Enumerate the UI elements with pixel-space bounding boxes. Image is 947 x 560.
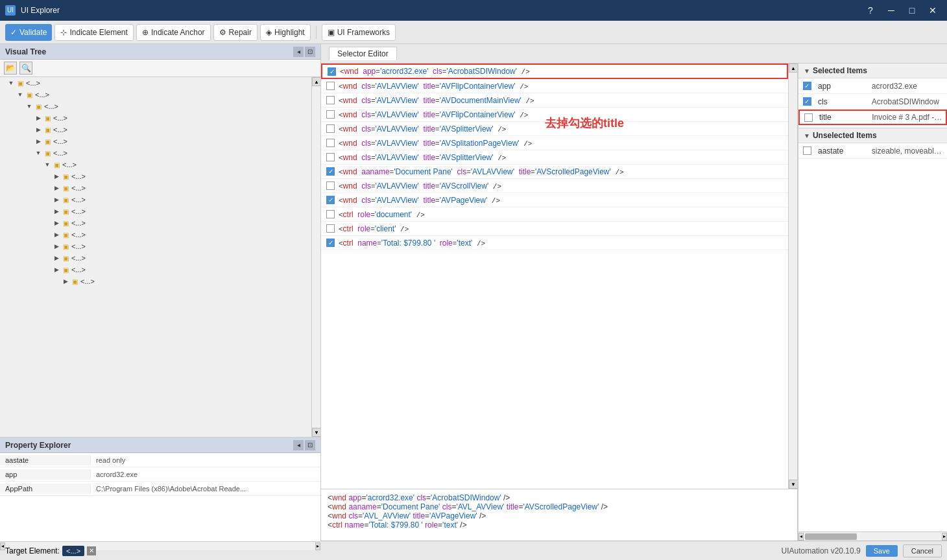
- selector-checkbox-1[interactable]: [326, 82, 335, 90]
- selector-checkbox-5[interactable]: [326, 139, 335, 147]
- scroll-up-btn[interactable]: ▲: [312, 77, 320, 86]
- tree-item[interactable]: ▶ ▣ <...>: [0, 275, 311, 287]
- target-close-button[interactable]: ✕: [87, 546, 96, 555]
- tree-item[interactable]: ▶ ▣ <...>: [0, 112, 311, 124]
- tree-item[interactable]: ▶ ▣ <...>: [0, 205, 311, 217]
- tree-vertical-scrollbar[interactable]: ▲ ▼: [311, 77, 320, 437]
- tree-item[interactable]: ▶ ▣ <...>: [0, 124, 311, 135]
- selected-item-check-app[interactable]: ✓: [798, 80, 815, 91]
- tree-expand-icon[interactable]: ▶: [52, 218, 61, 228]
- scroll-right-btn[interactable]: ▸: [315, 542, 320, 550]
- tree-item[interactable]: ▼ ▣ <...>: [0, 77, 311, 89]
- repair-button[interactable]: ⚙ Repair: [213, 24, 258, 41]
- items-horizontal-scrollbar[interactable]: ◂ ▸: [798, 531, 947, 541]
- tree-expand-icon[interactable]: ▼: [25, 102, 34, 111]
- tree-expand-icon[interactable]: ▶: [34, 137, 43, 146]
- unselected-checkbox-aastate[interactable]: [803, 146, 811, 155]
- selector-item-10[interactable]: <ctrl role='document' />: [321, 207, 788, 222]
- tree-expand-icon[interactable]: ▼: [43, 160, 52, 169]
- selector-checkbox-6[interactable]: [326, 153, 335, 161]
- tree-expand-icon[interactable]: ▶: [52, 207, 61, 216]
- items-scroll-right[interactable]: ▸: [942, 533, 947, 541]
- selector-scroll-up[interactable]: ▲: [789, 64, 797, 73]
- tree-item[interactable]: ▶ ▣ <...>: [0, 170, 311, 182]
- selected-item-row-title[interactable]: title Invoice # 3 A.pdf - Adob: [798, 110, 947, 125]
- indicate-element-button[interactable]: ⊹ Indicate Element: [54, 24, 133, 41]
- items-scrollbar-thumb[interactable]: [805, 533, 857, 540]
- tree-expand-icon[interactable]: ▶: [34, 125, 43, 134]
- tree-expand-icon[interactable]: ▶: [52, 172, 61, 181]
- selected-item-row-app[interactable]: ✓ app acrord32.exe: [798, 78, 947, 94]
- tree-item[interactable]: ▶ ▣ <...>: [0, 240, 311, 252]
- selected-checkbox-title[interactable]: [804, 113, 813, 122]
- tree-item[interactable]: ▶ ▣ <...>: [0, 135, 311, 147]
- tree-expand-icon[interactable]: ▼: [16, 90, 25, 99]
- tree-item[interactable]: ▼ ▣ <...>: [0, 147, 311, 159]
- selector-checkbox-0[interactable]: ✓: [328, 67, 336, 76]
- selector-checkbox-9[interactable]: ✓: [326, 196, 335, 204]
- tree-scroll-area[interactable]: ▼ ▣ <...> ▼ ▣ <...> ▼ ▣ <...> ▶ ▣ <.: [0, 77, 311, 437]
- scroll-down-btn[interactable]: ▼: [312, 428, 320, 437]
- selected-item-check-cls[interactable]: ✓: [798, 96, 815, 107]
- selected-checkbox-app[interactable]: ✓: [803, 82, 811, 90]
- selector-checkbox-10[interactable]: [326, 210, 335, 218]
- property-pin-button[interactable]: ◂: [293, 440, 304, 450]
- selector-item-4[interactable]: <wnd cls='AVLAVView' title='AVSplitterVi…: [321, 122, 788, 136]
- selector-item-1[interactable]: <wnd cls='AVLAVView' title='AVFlipContai…: [321, 79, 788, 93]
- selector-scroll-down[interactable]: ▼: [789, 480, 797, 489]
- selector-item-7[interactable]: ✓ <wnd aaname='Document Pane' cls='AVLAV…: [321, 165, 788, 179]
- selector-vertical-scrollbar[interactable]: ▲ ▼: [788, 64, 797, 489]
- tree-item[interactable]: ▼ ▣ <...>: [0, 100, 311, 112]
- tree-item[interactable]: ▶ ▣ <...>: [0, 194, 311, 205]
- selector-item-9[interactable]: ✓ <wnd cls='AVLAVView' title='AVPageView…: [321, 193, 788, 207]
- selector-item-12[interactable]: ✓ <ctrl name='Total: $799.80 ' role='tex…: [321, 236, 788, 250]
- tree-expand-icon[interactable]: ▶: [52, 183, 61, 192]
- validate-button[interactable]: ✓ Validate: [5, 24, 52, 41]
- tree-expand-icon[interactable]: ▼: [6, 78, 16, 88]
- tree-expand-icon[interactable]: ▶: [61, 277, 70, 286]
- tree-expand-icon[interactable]: ▶: [52, 265, 61, 274]
- panel-float-button[interactable]: ⊡: [305, 47, 315, 57]
- selector-checkbox-4[interactable]: [326, 124, 335, 133]
- indicate-anchor-button[interactable]: ⊕ Indicate Anchor: [136, 24, 211, 41]
- selector-item-5[interactable]: <wnd cls='AVLAVView' title='AVSplitation…: [321, 136, 788, 150]
- selector-item-8[interactable]: <wnd cls='AVLAVView' title='AVScrollView…: [321, 179, 788, 193]
- save-button[interactable]: Save: [866, 545, 898, 557]
- selected-item-row-cls[interactable]: ✓ cls AcrobatSDIWindow: [798, 94, 947, 110]
- tree-item[interactable]: ▶ ▣ <...>: [0, 264, 311, 275]
- tree-expand-icon[interactable]: ▶: [52, 253, 61, 262]
- tree-expand-icon[interactable]: ▶: [52, 242, 61, 251]
- scroll-left-btn[interactable]: ◂: [0, 542, 5, 550]
- help-button[interactable]: ?: [861, 4, 880, 17]
- tree-expand-icon[interactable]: ▶: [52, 195, 61, 204]
- selector-item-3[interactable]: <wnd cls='AVLAVView' title='AVFlipContai…: [321, 108, 788, 122]
- selector-checkbox-2[interactable]: [326, 96, 335, 104]
- tree-item[interactable]: ▶ ▣ <...>: [0, 229, 311, 240]
- tree-item[interactable]: ▶ ▣ <...>: [0, 182, 311, 194]
- selector-item-6[interactable]: <wnd cls='AVLAVView' title='AVSplitterVi…: [321, 150, 788, 165]
- selected-item-check-title[interactable]: [800, 112, 817, 123]
- unselected-item-check-aastate[interactable]: [798, 145, 815, 156]
- tree-refresh-button[interactable]: 📂: [4, 62, 17, 75]
- tree-expand-icon[interactable]: ▶: [34, 113, 43, 122]
- selector-checkbox-12[interactable]: ✓: [326, 239, 335, 247]
- selector-checkbox-7[interactable]: ✓: [326, 167, 335, 176]
- selector-editor-tab[interactable]: Selector Editor: [329, 47, 397, 60]
- selector-checkbox-3[interactable]: [326, 110, 335, 119]
- tree-search-button[interactable]: 🔍: [19, 62, 32, 75]
- tree-expand-icon[interactable]: ▶: [52, 230, 61, 239]
- tree-item[interactable]: ▼ ▣ <...>: [0, 159, 311, 170]
- tree-item[interactable]: ▶ ▣ <...>: [0, 217, 311, 229]
- unselected-item-row-aastate[interactable]: aastate sizeable, moveable, focu: [798, 143, 947, 159]
- maximize-button[interactable]: □: [903, 4, 921, 17]
- selector-checkbox-8[interactable]: [326, 181, 335, 190]
- cancel-button[interactable]: Cancel: [903, 544, 942, 557]
- panel-pin-button[interactable]: ◂: [293, 47, 304, 57]
- selector-item-11[interactable]: <ctrl role='client' />: [321, 222, 788, 236]
- items-scroll-left[interactable]: ◂: [798, 533, 804, 541]
- close-button[interactable]: ✕: [924, 4, 942, 17]
- tree-item[interactable]: ▼ ▣ <...>: [0, 89, 311, 100]
- tree-expand-icon[interactable]: ▼: [34, 148, 43, 158]
- minimize-button[interactable]: ─: [882, 4, 900, 17]
- selector-items-list[interactable]: ✓ <wnd app='acrord32.exe' cls='AcrobatSD…: [321, 64, 788, 489]
